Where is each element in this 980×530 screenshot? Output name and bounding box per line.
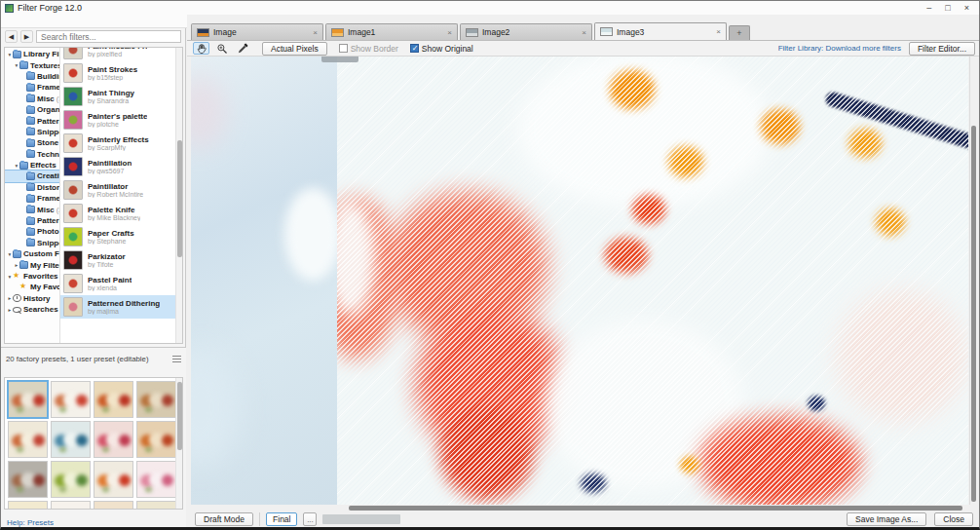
split-divider-handle[interactable] bbox=[321, 57, 358, 62]
image-canvas[interactable] bbox=[191, 57, 968, 505]
filter-list-item[interactable]: Pastel Paint by xlenda bbox=[60, 272, 182, 295]
draft-mode-button[interactable]: Draft Mode bbox=[195, 512, 253, 526]
tree-item[interactable]: Frames (2) bbox=[5, 193, 59, 204]
tree-item[interactable]: Snippets (2) bbox=[5, 127, 59, 137]
filter-list-item[interactable]: Painterly Effects by ScarpMfy bbox=[60, 132, 182, 155]
preset-tile[interactable] bbox=[136, 501, 176, 510]
preset-tile[interactable] bbox=[94, 501, 133, 510]
tree-item[interactable]: Misc (2) bbox=[5, 204, 59, 214]
preset-blob bbox=[102, 447, 109, 452]
image-tab[interactable]: Image3 × bbox=[594, 22, 727, 40]
filter-list-item[interactable]: Paintillator by Robert McIntire bbox=[60, 178, 182, 202]
preset-tile[interactable] bbox=[51, 381, 91, 418]
tab-close-icon[interactable]: × bbox=[716, 27, 721, 36]
tree-item[interactable]: My Favorites bbox=[5, 282, 59, 292]
show-original-checkbox[interactable] bbox=[410, 44, 419, 53]
preset-blob bbox=[59, 447, 66, 452]
tab-close-icon[interactable]: × bbox=[582, 28, 586, 37]
image-tab[interactable]: Image2 × bbox=[460, 23, 592, 40]
preset-blob bbox=[76, 474, 88, 486]
eyedropper-tool-button[interactable] bbox=[234, 42, 250, 55]
tree-item[interactable]: Misc (3) bbox=[5, 94, 59, 104]
close-button[interactable]: × bbox=[964, 2, 969, 14]
preset-tile[interactable] bbox=[8, 501, 48, 510]
filter-list-item[interactable]: Paper Crafts by Stephane bbox=[60, 225, 182, 248]
help-presets-link[interactable]: Help: Presets bbox=[7, 518, 54, 527]
final-options-button[interactable]: ... bbox=[303, 512, 317, 526]
filter-list-item[interactable]: Paint Thingy by Sharandra bbox=[60, 85, 182, 108]
filter-list-item[interactable]: Parkizator by Tifote bbox=[60, 248, 182, 272]
search-input[interactable] bbox=[36, 30, 181, 43]
workspace-panel: Image × Image1 × Image2 × Image3 × + Act… bbox=[187, 15, 980, 528]
tree-item[interactable]: ▾ Custom Filters bbox=[5, 248, 59, 259]
tree-item-label: Photo bbox=[37, 227, 59, 236]
preset-tile[interactable] bbox=[94, 381, 133, 418]
preset-tile[interactable] bbox=[8, 381, 48, 418]
preset-tile[interactable] bbox=[8, 461, 48, 498]
scrollbar-thumb[interactable] bbox=[971, 126, 976, 502]
filter-list-item[interactable]: Paint Strokes by b15fstep bbox=[60, 61, 182, 85]
tree-item[interactable]: ▾ Textures bbox=[5, 59, 59, 70]
presets-scrollbar[interactable] bbox=[175, 378, 182, 509]
image-tab[interactable]: Image1 × bbox=[325, 23, 458, 40]
tree-item[interactable]: Frames bbox=[5, 82, 59, 93]
tree-item-label: Library Filters bbox=[23, 50, 59, 58]
restore-button[interactable]: □ bbox=[945, 2, 950, 14]
scrollbar-thumb[interactable] bbox=[177, 140, 182, 257]
tree-item[interactable]: Building bbox=[5, 71, 59, 82]
tree-item[interactable]: ▾ Library Filters bbox=[5, 49, 59, 59]
tree-item[interactable]: Techno (2) bbox=[5, 149, 59, 160]
image-tab[interactable]: Image × bbox=[191, 23, 323, 40]
save-image-button[interactable]: Save Image As... bbox=[847, 512, 926, 526]
tree-item[interactable]: ▸ History bbox=[5, 293, 59, 304]
filter-list-item[interactable]: Painter's palette by plotche bbox=[60, 108, 182, 132]
preset-tile[interactable] bbox=[51, 461, 91, 498]
minimize-button[interactable]: – bbox=[926, 2, 931, 14]
filter-editor-button[interactable]: Filter Editor... bbox=[909, 42, 975, 56]
tab-close-icon[interactable]: × bbox=[313, 28, 318, 37]
tree-item[interactable]: Patterns (1) bbox=[5, 115, 59, 126]
filter-list-item[interactable]: Paintillation by gws5697 bbox=[60, 155, 182, 178]
tree-item-label: Creative bbox=[37, 171, 59, 180]
tree-item[interactable]: ▸ My Filters bbox=[5, 259, 59, 270]
folder-icon bbox=[26, 206, 35, 213]
sort-icon[interactable] bbox=[172, 356, 181, 363]
preset-tile[interactable] bbox=[51, 501, 91, 510]
tree-item[interactable]: Photo bbox=[5, 226, 59, 237]
tree-item[interactable]: Distortions bbox=[5, 182, 59, 193]
preset-tile[interactable] bbox=[8, 421, 48, 458]
zoom-tool-button[interactable] bbox=[213, 42, 230, 55]
tree-item[interactable]: ▾ Effects bbox=[5, 160, 59, 170]
actual-pixels-button[interactable]: Actual Pixels bbox=[262, 42, 327, 56]
tree-item[interactable]: Organic bbox=[5, 104, 59, 115]
close-image-button[interactable]: Close bbox=[934, 512, 973, 526]
hand-tool-button[interactable] bbox=[193, 42, 209, 55]
vertical-scrollbar[interactable] bbox=[969, 57, 976, 505]
filter-list-item[interactable]: Patterned Dithering by majima bbox=[60, 295, 182, 319]
tree-item[interactable]: Stone (1) bbox=[5, 137, 59, 148]
tree-item[interactable]: ▾ Favorites bbox=[5, 271, 59, 282]
preset-tile[interactable] bbox=[94, 421, 133, 458]
new-tab-button[interactable]: + bbox=[729, 25, 750, 40]
filter-list-scrollbar[interactable] bbox=[175, 48, 182, 343]
forward-arrow-button[interactable]: ▶ bbox=[20, 30, 33, 43]
preset-tile[interactable] bbox=[136, 461, 176, 498]
tree-item[interactable]: Patterns (1) bbox=[5, 215, 59, 226]
show-border-checkbox[interactable] bbox=[339, 44, 348, 53]
preset-tile[interactable] bbox=[136, 381, 176, 418]
filter-library-link[interactable]: Filter Library: Download more filters bbox=[778, 44, 901, 53]
tree-item[interactable]: Snippets bbox=[5, 238, 59, 248]
magnifier-icon bbox=[216, 43, 228, 55]
scrollbar-thumb[interactable] bbox=[177, 382, 182, 450]
filter-list-item[interactable]: Palette Knife by Mike Blackney bbox=[60, 202, 182, 225]
preset-tile[interactable] bbox=[136, 421, 176, 458]
preset-tile[interactable] bbox=[94, 461, 133, 498]
filter-list-item[interactable]: Paint Mosaic FX by pixelfied bbox=[60, 48, 182, 61]
tree-item[interactable]: ▸ Searches bbox=[5, 304, 59, 315]
preset-tile[interactable] bbox=[51, 421, 91, 458]
tab-close-icon[interactable]: × bbox=[447, 28, 452, 37]
final-mode-button[interactable]: Final bbox=[266, 512, 297, 526]
tree-item[interactable]: Creative bbox=[5, 170, 59, 181]
back-arrow-button[interactable]: ◀ bbox=[5, 30, 18, 43]
show-original-label: Show Original bbox=[422, 44, 473, 54]
